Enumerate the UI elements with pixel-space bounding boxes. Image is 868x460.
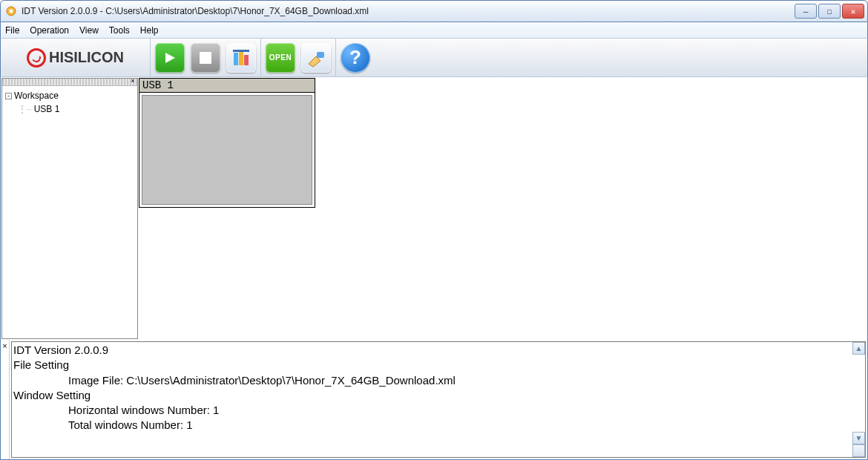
tree-branch-icon: ⋮··	[18, 104, 32, 114]
svg-rect-5	[244, 55, 249, 65]
log-output[interactable]: ▲ ▼ IDT Version 2.0.0.9File SettingImage…	[11, 341, 866, 458]
log-pane-close-icon[interactable]: ×	[1, 340, 10, 459]
window-title: IDT Version 2.0.0.9 - C:\Users\Administr…	[22, 6, 790, 16]
start-button[interactable]	[155, 43, 185, 73]
tree-item-usb1[interactable]: ⋮·· USB 1	[5, 102, 134, 116]
menu-view[interactable]: View	[79, 25, 99, 36]
device-box-title: USB 1	[139, 79, 315, 93]
tree-item-label: USB 1	[34, 104, 60, 114]
log-line: File Setting	[13, 358, 864, 372]
close-button[interactable]: ✕	[842, 4, 864, 19]
settings-button[interactable]	[226, 43, 256, 73]
tree-collapse-icon[interactable]: -	[5, 93, 12, 99]
log-pane: × ▲ ▼ IDT Version 2.0.0.9File SettingIma…	[0, 340, 868, 460]
open-button[interactable]: OPEN	[266, 43, 295, 73]
svg-marker-2	[165, 53, 175, 63]
log-line: Image File: C:\Users\Administrator\Deskt…	[13, 373, 864, 388]
brand-logo: HISILICON	[1, 39, 151, 76]
device-box[interactable]: USB 1	[139, 78, 315, 208]
menu-help[interactable]: Help	[140, 25, 159, 36]
menu-tools[interactable]: Tools	[109, 25, 130, 36]
menu-file[interactable]: File	[5, 25, 19, 36]
app-icon	[5, 5, 17, 17]
log-line: IDT Version 2.0.0.9	[13, 343, 864, 358]
erase-button[interactable]	[301, 43, 331, 73]
tree-root[interactable]: - Workspace	[5, 89, 134, 102]
stop-button[interactable]	[191, 43, 220, 73]
workspace-panel: × - Workspace ⋮·· USB 1	[1, 78, 138, 339]
svg-rect-4	[239, 50, 243, 65]
panel-close-icon[interactable]: ×	[129, 78, 137, 85]
titlebar[interactable]: IDT Version 2.0.0.9 - C:\Users\Administr…	[0, 0, 868, 22]
svg-rect-3	[234, 53, 238, 65]
main-area: × - Workspace ⋮·· USB 1 USB 1	[0, 77, 868, 340]
workspace-tree[interactable]: - Workspace ⋮·· USB 1	[2, 86, 137, 119]
log-line: Horizontal windows Number: 1	[13, 403, 864, 418]
svg-point-1	[10, 10, 13, 13]
log-line: Total windows Number: 1	[13, 418, 864, 433]
scroll-down-icon[interactable]: ▼	[852, 432, 865, 444]
help-button[interactable]: ?	[341, 43, 370, 73]
toolbar: HISILICON OPEN ?	[0, 39, 868, 77]
brand-logo-icon	[27, 48, 46, 68]
help-glyph: ?	[349, 46, 361, 69]
scroll-corner	[852, 444, 865, 457]
maximize-button[interactable]: ☐	[818, 4, 841, 19]
log-line: Window Setting	[13, 388, 864, 403]
brand-logo-text: HISILICON	[49, 49, 124, 66]
minimize-button[interactable]: —	[795, 4, 817, 19]
scroll-up-icon[interactable]: ▲	[852, 342, 865, 355]
tree-root-label: Workspace	[14, 91, 59, 101]
svg-rect-6	[233, 50, 249, 52]
menubar: File Operation View Tools Help	[0, 22, 868, 39]
content-area: USB 1	[139, 78, 867, 339]
menu-operation[interactable]: Operation	[30, 25, 69, 36]
device-box-body[interactable]	[142, 95, 312, 205]
panel-grip[interactable]: ×	[2, 79, 137, 86]
open-button-label: OPEN	[269, 53, 292, 62]
svg-rect-7	[317, 52, 324, 58]
